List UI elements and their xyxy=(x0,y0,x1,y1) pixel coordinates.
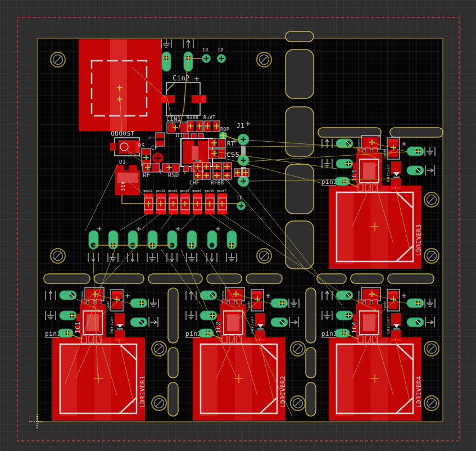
label-tp2: TP xyxy=(217,48,224,53)
label-gain: gain xyxy=(106,301,110,308)
label-css: CSS xyxy=(226,151,239,159)
label-gain: gain xyxy=(383,301,387,308)
label-j1: J1 xyxy=(237,122,244,129)
label-ruvt: RuVT xyxy=(203,115,215,120)
label-ic3: IC3 xyxy=(351,170,358,182)
label-cin2: Cin2 xyxy=(173,74,190,82)
label-ruvb: RuVB xyxy=(187,115,198,120)
svg-text:gout5: gout5 xyxy=(192,189,202,193)
label-rt: RT xyxy=(227,141,234,147)
label-u1: U1 xyxy=(176,132,183,138)
label-ldriver1: LDRIVER1 xyxy=(139,376,146,408)
label-ddriver: Ddriver xyxy=(110,316,114,333)
label-rchf: RCHF xyxy=(195,159,202,163)
label-cin1: CIN1 xyxy=(166,116,181,122)
label-gain: gain xyxy=(383,149,387,156)
label-tp1: TP xyxy=(202,48,208,53)
label-d1-value: 31V xyxy=(120,181,126,191)
label-ldriver4: LDRIVER4 xyxy=(415,376,423,408)
component-qboost-pad[interactable] xyxy=(79,39,162,131)
label-rsd: RSD xyxy=(168,172,179,178)
component-css[interactable]: CSS xyxy=(208,149,239,159)
label-gain: gain xyxy=(247,301,251,308)
label-gvcc: gvcc xyxy=(148,136,155,139)
label-d1: D1 xyxy=(119,159,126,165)
label-rs: RS xyxy=(138,143,145,148)
svg-text:gout6: gout6 xyxy=(205,189,214,193)
label-rf: RF xyxy=(143,172,150,178)
label-ic2: IC2 xyxy=(215,322,222,333)
svg-text:gout1: gout1 xyxy=(143,189,153,193)
label-ldriver2: LDRIVER2 xyxy=(279,376,287,408)
label-qboost: QBOOST xyxy=(111,130,135,137)
label-ddriver: Ddriver xyxy=(386,316,391,333)
svg-text:gout7: gout7 xyxy=(217,189,226,193)
svg-text:gout3: gout3 xyxy=(168,189,178,193)
label-ldriver3: LDRIVER3 xyxy=(415,224,423,256)
label-tp3: TP xyxy=(237,196,243,201)
svg-text:gout2: gout2 xyxy=(156,189,165,193)
label-ic1: IC1 xyxy=(74,322,81,333)
label-r0p: R0P xyxy=(220,127,229,132)
label-ic4: IC4 xyxy=(351,322,358,333)
pcb-editor-canvas[interactable]: QBOOST D1 31V RS CF RF xyxy=(0,0,476,451)
pcb-layout[interactable]: QBOOST D1 31V RS CF RF xyxy=(0,0,476,451)
